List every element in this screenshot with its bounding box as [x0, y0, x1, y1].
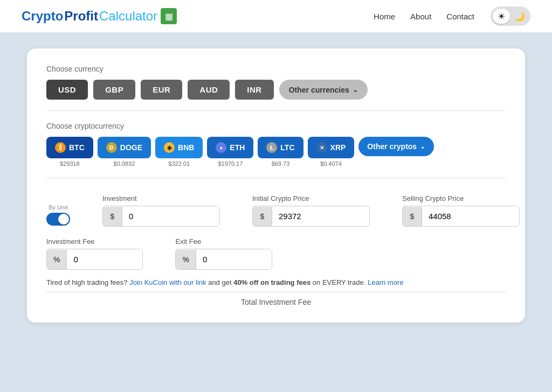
chevron-down-icon: ⌄ — [420, 143, 425, 150]
btc-icon: ₿ — [55, 142, 66, 153]
nav-home[interactable]: Home — [374, 12, 395, 21]
currency-eur[interactable]: EUR — [141, 80, 182, 100]
by-unit-toggle[interactable] — [46, 213, 70, 226]
investment-fee-label: Investment Fee — [46, 237, 143, 246]
eth-price: $1970.17 — [218, 160, 243, 167]
crypto-other[interactable]: Other cryptos ⌄ — [358, 137, 434, 156]
crypto-eth-wrap: ♦ ETH $1970.17 — [207, 137, 253, 167]
eth-icon: ♦ — [216, 142, 226, 153]
initial-price-group: Initial Crypto Price $ — [252, 194, 370, 227]
selling-price-input[interactable] — [422, 206, 519, 226]
crypto-btc[interactable]: ₿ BTC — [46, 137, 93, 158]
investment-input[interactable] — [122, 206, 219, 226]
selling-price-group: Selling Crypto Price $ — [402, 194, 520, 227]
calculator-icon: ▦ — [161, 8, 177, 24]
fee-row: Investment Fee % Exit Fee % — [46, 237, 506, 270]
crypto-ltc[interactable]: Ł LTC — [258, 137, 303, 158]
investment-row: By Unit Investment $ Initial Cry — [46, 194, 506, 227]
initial-price-input-wrap: $ — [252, 206, 370, 227]
info-text: Tired of high trading fees? Join KuCoin … — [46, 278, 506, 292]
investment-label: Investment — [102, 194, 220, 202]
initial-price-prefix: $ — [253, 207, 272, 226]
crypto-section-label: Choose cryptocurrency — [46, 122, 506, 130]
crypto-other-wrap: Other cryptos ⌄ — [358, 137, 434, 156]
btc-price: $29318 — [60, 160, 80, 167]
exit-fee-input[interactable] — [196, 249, 272, 269]
currency-inr[interactable]: INR — [235, 80, 273, 100]
selling-price-prefix: $ — [403, 207, 422, 226]
light-theme-button[interactable]: ☀ — [493, 9, 510, 24]
currency-gbp[interactable]: GBP — [93, 80, 135, 100]
crypto-bnb[interactable]: ◆ BNB — [155, 137, 203, 158]
currency-usd[interactable]: USD — [46, 80, 88, 100]
logo-profit: Profit — [64, 9, 98, 24]
investment-fee-input[interactable] — [67, 249, 142, 269]
chevron-down-icon: ⌄ — [353, 86, 358, 94]
other-currencies-label: Other currencies — [289, 86, 349, 94]
investment-prefix: $ — [103, 207, 122, 226]
exit-fee-prefix: % — [176, 250, 196, 269]
logo-crypto: Crypto — [22, 9, 63, 24]
crypto-doge[interactable]: Ð DOGE — [98, 137, 151, 158]
toggle-knob — [58, 214, 69, 225]
logo-calculator: Calculator — [99, 9, 157, 24]
nav-contact[interactable]: Contact — [446, 12, 474, 21]
selling-price-label: Selling Crypto Price — [402, 194, 520, 202]
currency-other[interactable]: Other currencies ⌄ — [279, 80, 368, 100]
exit-fee-group: Exit Fee % — [175, 237, 272, 270]
by-unit-label: By Unit — [46, 204, 70, 211]
main-card: Choose currency USD GBP EUR AUD INR Othe… — [27, 48, 525, 323]
bnb-price: $322.01 — [168, 160, 190, 167]
selling-price-input-wrap: $ — [402, 206, 520, 227]
investment-fee-group: Investment Fee % — [46, 237, 143, 270]
doge-icon: Ð — [106, 142, 117, 153]
nav-links: Home About Contact — [374, 12, 474, 21]
xrp-price: $0.4074 — [320, 160, 342, 167]
currency-aud[interactable]: AUD — [188, 80, 230, 100]
initial-price-input[interactable] — [272, 206, 369, 226]
investment-input-wrap: $ — [102, 206, 220, 227]
exit-fee-label: Exit Fee — [175, 237, 272, 246]
currency-section-label: Choose currency — [46, 65, 506, 73]
investment-fee-prefix: % — [47, 250, 67, 269]
initial-price-label: Initial Crypto Price — [252, 194, 370, 202]
crypto-xrp-wrap: ✕ XRP $0.4074 — [308, 137, 355, 167]
learn-more-link[interactable]: Learn more — [368, 278, 403, 286]
ltc-icon: Ł — [266, 142, 277, 153]
bnb-icon: ◆ — [164, 142, 175, 153]
total-investment-label: Total Investment Fee — [46, 298, 506, 306]
dark-theme-button[interactable]: 🌙 — [511, 9, 528, 24]
inputs-area: By Unit Investment $ Initial Cry — [46, 194, 506, 306]
investment-fee-input-wrap: % — [46, 249, 143, 270]
xrp-icon: ✕ — [316, 142, 327, 153]
ltc-price: $69.73 — [272, 160, 290, 167]
crypto-ltc-wrap: Ł LTC $69.73 — [258, 137, 303, 167]
crypto-eth[interactable]: ♦ ETH — [207, 137, 253, 158]
toggle-wrap — [46, 213, 70, 227]
nav-about[interactable]: About — [410, 12, 431, 21]
theme-toggle: ☀ 🌙 — [491, 6, 530, 26]
crypto-btc-wrap: ₿ BTC $29318 — [46, 137, 93, 167]
crypto-buttons: ₿ BTC $29318 Ð DOGE $0.0832 ◆ BNB $322.0… — [46, 137, 506, 167]
crypto-doge-wrap: Ð DOGE $0.0832 — [98, 137, 151, 167]
investment-group: Investment $ — [102, 194, 220, 227]
logo[interactable]: Crypto Profit Calculator ▦ — [22, 8, 374, 24]
crypto-xrp[interactable]: ✕ XRP — [308, 137, 355, 158]
doge-price: $0.0832 — [114, 160, 135, 167]
currency-buttons: USD GBP EUR AUD INR Other currencies ⌄ — [46, 80, 506, 100]
exit-fee-input-wrap: % — [175, 249, 272, 270]
kucoin-link[interactable]: Join KuCoin with our link — [129, 278, 206, 286]
crypto-bnb-wrap: ◆ BNB $322.01 — [155, 137, 203, 167]
